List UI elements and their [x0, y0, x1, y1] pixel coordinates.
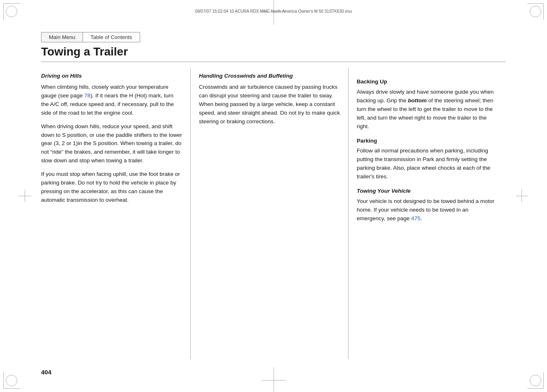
circle-target-br: [530, 375, 541, 386]
crosshair-bottom-v: [273, 367, 274, 392]
col3-section1-body: Always drive slowly and have someone gui…: [357, 88, 498, 131]
circle-target-tr: [530, 6, 541, 17]
col1-heading: Driving on Hills: [41, 72, 182, 81]
col3-section3-heading: Towing Your Vehicle: [357, 187, 498, 196]
page-number: 404: [41, 369, 51, 376]
main-menu-button[interactable]: Main Menu: [41, 32, 83, 42]
col3-section2-body: Follow all normal precautions when parki…: [357, 147, 498, 181]
col1-para1: When climbing hills, closely watch your …: [41, 83, 182, 118]
table-of-contents-button[interactable]: Table of Contents: [83, 32, 140, 42]
circle-target-bl: [6, 375, 17, 386]
col2-para1: Crosswinds and air turbulence caused by …: [199, 83, 340, 126]
col3-section2-heading: Parking: [357, 137, 498, 145]
meta-print-info: 09/07/07 15:02:04 10 ACURA RDX MMC North…: [33, 9, 514, 14]
col1-para3: If you must stop when facing uphill, use…: [41, 170, 182, 205]
column-driving-on-hills: Driving on Hills When climbing hills, cl…: [41, 68, 191, 359]
column-backing-up: Backing Up Always drive slowly and have …: [357, 68, 506, 359]
col1-para2: When driving down hills, reduce your spe…: [41, 122, 182, 166]
col3-section1-heading: Backing Up: [357, 78, 498, 86]
circle-target-tl: [6, 6, 17, 17]
col1-link-78[interactable]: 78: [84, 92, 90, 99]
col3-section3-body: Your vehicle is not designed to be towed…: [357, 197, 498, 223]
col3-bold-italic-bottom: bottom: [408, 97, 427, 104]
content-area: Driving on Hills When climbing hills, cl…: [41, 68, 506, 359]
page-title: Towing a Trailer: [41, 45, 506, 62]
col2-heading: Handling Crosswinds and Buffeting: [199, 72, 340, 81]
column-crosswinds: Handling Crosswinds and Buffeting Crossw…: [199, 68, 349, 359]
nav-buttons: Main Menu Table of Contents: [41, 32, 140, 42]
col3-link-475[interactable]: 475: [411, 215, 421, 221]
page: 09/07/07 15:02:04 10 ACURA RDX MMC North…: [0, 0, 547, 392]
